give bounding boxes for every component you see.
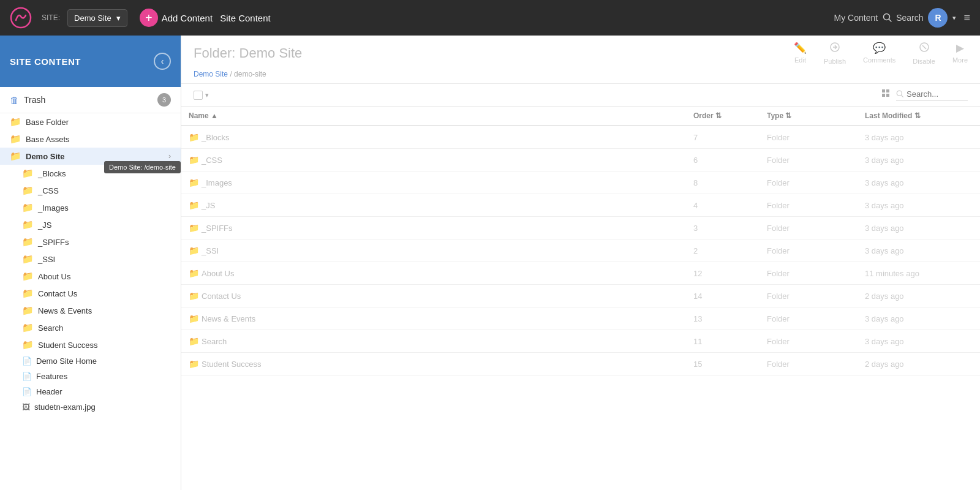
- row-last-modified: 2 days ago: [858, 353, 980, 375]
- folder-icon: 📁: [22, 185, 34, 196]
- col-name[interactable]: Name ▲: [181, 107, 686, 126]
- table-row[interactable]: 📁About Us 12 Folder 11 minutes ago: [181, 262, 980, 285]
- table-row[interactable]: 📁Student Success 15 Folder 2 days ago: [181, 353, 980, 375]
- search-nav-label: Search: [896, 13, 923, 23]
- sidebar-item-search[interactable]: 📁 Search: [0, 319, 181, 336]
- hamburger-menu-button[interactable]: ≡: [963, 12, 970, 24]
- tree-item-label: _Images: [38, 203, 171, 213]
- trash-label: Trash: [24, 95, 157, 105]
- add-content-button[interactable]: + Add Content: [140, 9, 213, 27]
- page-icon: 📄: [22, 356, 32, 366]
- sidebar-item-css[interactable]: 📁 _CSS: [0, 182, 181, 199]
- select-all-checkbox[interactable]: [194, 91, 203, 100]
- row-order: 6: [686, 149, 760, 172]
- sidebar-item-features[interactable]: 📄 Features: [0, 369, 181, 384]
- col-type[interactable]: Type ⇅: [760, 107, 858, 126]
- table-row[interactable]: 📁_SPIFFs 3 Folder 3 days ago: [181, 217, 980, 239]
- content-search-input[interactable]: [907, 89, 968, 99]
- select-dropdown-arrow[interactable]: ▾: [205, 91, 209, 99]
- grid-view-button[interactable]: [881, 89, 891, 101]
- folder-icon: 📁: [10, 134, 21, 145]
- comments-action-button[interactable]: 💬 Comments: [863, 42, 895, 65]
- sidebar-item-contact-us[interactable]: 📁 Contact Us: [0, 285, 181, 302]
- folder-icon: 📁: [22, 271, 34, 282]
- table-header-row: Name ▲ Order ⇅ Type ⇅ Last Modified ⇅: [181, 107, 980, 126]
- site-content-button[interactable]: Site Content: [220, 13, 271, 23]
- edit-action-button[interactable]: ✏️ Edit: [794, 42, 807, 65]
- more-actions-button[interactable]: ▶ More: [952, 42, 968, 65]
- table-row[interactable]: 📁News & Events 13 Folder 3 days ago: [181, 307, 980, 330]
- sidebar-item-images[interactable]: 📁 _Images: [0, 199, 181, 216]
- table-row[interactable]: 📁_JS 4 Folder 3 days ago: [181, 194, 980, 217]
- row-order: 7: [686, 126, 760, 149]
- publish-label: Publish: [824, 58, 846, 65]
- row-type: Folder: [760, 126, 858, 149]
- folder-icon: 📁: [22, 219, 34, 230]
- row-folder-icon: 📁: [189, 268, 199, 278]
- content-header: Folder: Demo Site ✏️ Edit Publish 💬: [181, 36, 980, 84]
- folder-icon: 📁: [10, 116, 21, 127]
- add-content-circle-icon: +: [140, 9, 158, 27]
- tree-item-label: Base Assets: [26, 135, 171, 144]
- breadcrumb-parent-link[interactable]: Demo Site: [194, 70, 228, 78]
- sidebar-item-demo-site[interactable]: 📁 Demo Site › Demo Site: /demo-site: [0, 148, 181, 165]
- table-row[interactable]: 📁Search 11 Folder 3 days ago: [181, 330, 980, 353]
- sidebar-item-student-success[interactable]: 📁 Student Success: [0, 336, 181, 353]
- sidebar-item-spiffs[interactable]: 📁 _SPIFFs: [0, 233, 181, 251]
- user-avatar[interactable]: R: [928, 8, 948, 28]
- sidebar-item-header[interactable]: 📄 Header: [0, 384, 181, 399]
- svg-rect-5: [886, 89, 889, 92]
- svg-rect-7: [886, 94, 889, 97]
- row-last-modified: 3 days ago: [858, 239, 980, 262]
- folder-icon: 📁: [22, 339, 34, 350]
- sidebar-item-demo-site-home[interactable]: 📄 Demo Site Home: [0, 353, 181, 369]
- svg-rect-4: [882, 89, 885, 92]
- site-selector[interactable]: Demo Site ▾: [67, 9, 127, 27]
- sidebar-item-base-folder[interactable]: 📁 Base Folder: [0, 113, 181, 130]
- sidebar-item-blocks[interactable]: 📁 _Blocks: [0, 165, 181, 182]
- row-type: Folder: [760, 239, 858, 262]
- my-content-button[interactable]: My Content: [834, 13, 878, 23]
- row-type: Folder: [760, 307, 858, 330]
- row-folder-icon: 📁: [189, 223, 199, 233]
- sidebar-collapse-button[interactable]: ‹: [154, 53, 171, 70]
- user-initial: R: [935, 13, 941, 23]
- user-dropdown-arrow[interactable]: ▾: [952, 14, 956, 22]
- search-nav-button[interactable]: Search: [883, 13, 923, 23]
- tree-expand-arrow: ›: [168, 152, 171, 160]
- trash-item[interactable]: 🗑 Trash 3: [0, 87, 181, 113]
- sidebar-item-js[interactable]: 📁 _JS: [0, 216, 181, 233]
- sidebar-item-base-assets[interactable]: 📁 Base Assets: [0, 130, 181, 148]
- row-order: 11: [686, 330, 760, 353]
- row-last-modified: 3 days ago: [858, 126, 980, 149]
- row-order: 14: [686, 285, 760, 307]
- sidebar-item-studetn-exam[interactable]: 🖼 studetn-exam.jpg: [0, 399, 181, 415]
- row-last-modified: 2 days ago: [858, 285, 980, 307]
- sidebar-item-news-events[interactable]: 📁 News & Events: [0, 302, 181, 319]
- folder-icon: 📁: [22, 202, 34, 213]
- row-type: Folder: [760, 330, 858, 353]
- row-folder-icon: 📁: [189, 246, 199, 255]
- folder-icon: 📁: [22, 322, 34, 333]
- table-row[interactable]: 📁_Blocks 7 Folder 3 days ago: [181, 126, 980, 149]
- svg-line-9: [902, 96, 903, 97]
- sidebar-item-about-us[interactable]: 📁 About Us: [0, 268, 181, 285]
- col-order[interactable]: Order ⇅: [686, 107, 760, 126]
- table-row[interactable]: 📁_SSI 2 Folder 3 days ago: [181, 239, 980, 262]
- content-table: Name ▲ Order ⇅ Type ⇅ Last Modified ⇅: [181, 107, 980, 490]
- row-last-modified: 3 days ago: [858, 172, 980, 194]
- table-body: 📁_Blocks 7 Folder 3 days ago 📁_CSS 6 Fol…: [181, 126, 980, 375]
- image-icon: 🖼: [22, 402, 30, 412]
- page-icon: 📄: [22, 372, 32, 381]
- table-row[interactable]: 📁Contact Us 14 Folder 2 days ago: [181, 285, 980, 307]
- sort-arrow: ⇅: [914, 111, 921, 120]
- publish-action-button[interactable]: Publish: [824, 42, 846, 65]
- sidebar-item-ssi[interactable]: 📁 _SSI: [0, 251, 181, 268]
- tree-item-label: Contact Us: [38, 289, 171, 298]
- disable-icon: [919, 42, 930, 56]
- col-last-modified[interactable]: Last Modified ⇅: [858, 107, 980, 126]
- disable-action-button[interactable]: Disable: [913, 42, 935, 65]
- table-row[interactable]: 📁_Images 8 Folder 3 days ago: [181, 172, 980, 194]
- table-row[interactable]: 📁_CSS 6 Folder 3 days ago: [181, 149, 980, 172]
- publish-icon: [829, 42, 840, 56]
